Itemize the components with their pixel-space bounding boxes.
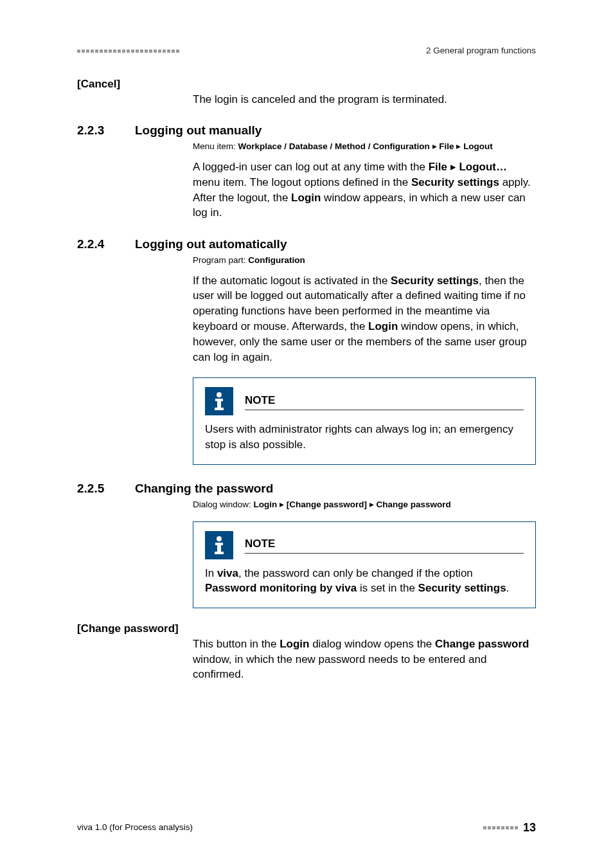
svg-point-0 (217, 392, 222, 397)
section-223-num: 2.2.3 (77, 122, 135, 140)
note-title: NOTE (245, 536, 524, 554)
note-rule (245, 410, 524, 410)
cancel-heading: [Cancel] (77, 77, 536, 92)
change-password-body: This button in the Login dialog window o… (193, 637, 536, 682)
chapter-label: 2 General program functions (426, 45, 536, 57)
login-label: Login (368, 320, 398, 332)
footer-ticks (483, 826, 518, 829)
note-head: NOTE (205, 387, 524, 415)
login-label: Login (291, 192, 321, 204)
security-settings-label: Security settings (418, 582, 506, 594)
note-body: In viva, the password can only be change… (205, 566, 524, 597)
text: This button in the (193, 638, 280, 650)
login-label: Login (280, 638, 309, 650)
page-header: 2 General program functions (77, 45, 536, 57)
note-title: NOTE (245, 393, 524, 410)
text: In (205, 567, 217, 579)
footer-right: 13 (483, 820, 536, 836)
section-225-meta: Dialog window: Login ▸ [Change password]… (193, 499, 536, 511)
section-223-title: Logging out manually (135, 122, 262, 140)
meta-prefix: Menu item: (193, 141, 238, 151)
meta-login: Login (254, 500, 278, 509)
note-body: Users with administrator rights can alwa… (205, 422, 524, 453)
meta-configuration: Configuration (248, 255, 305, 265)
text: menu item. The logout options defined in… (193, 176, 411, 188)
text: A logged-in user can log out at any time… (193, 161, 429, 173)
note-title-wrap: NOTE (245, 536, 524, 554)
svg-rect-3 (215, 408, 224, 410)
info-icon (205, 531, 233, 559)
note-title-wrap: NOTE (245, 393, 524, 411)
section-225-num: 2.2.5 (77, 480, 135, 498)
cancel-text: The login is canceled and the program is… (193, 92, 536, 107)
text: dialog window opens the (309, 638, 435, 650)
sep: ▸ (447, 161, 459, 173)
text: , the password can only be changed if th… (238, 567, 473, 579)
note-rule (245, 553, 524, 554)
meta-sep: ▸ (277, 500, 287, 509)
text: is set in the (357, 582, 418, 594)
section-223-row: 2.2.3 Logging out manually (77, 122, 536, 140)
header-ticks-left (77, 50, 179, 53)
section-225-row: 2.2.5 Changing the password (77, 480, 536, 498)
note-head: NOTE (205, 531, 524, 559)
change-password-label: Change password (435, 638, 529, 650)
text: . (506, 582, 510, 594)
meta-change-password: Change password (377, 500, 451, 509)
security-settings-label: Security settings (391, 275, 479, 287)
section-224-row: 2.2.4 Logging out automatically (77, 236, 536, 253)
section-224-title: Logging out automatically (135, 236, 287, 253)
change-password-heading: [Change password] (77, 621, 536, 637)
section-225-title: Changing the password (135, 480, 273, 498)
meta-file: File (439, 141, 454, 151)
meta-prefix: Dialog window: (193, 500, 254, 509)
meta-path: Workplace / Database / Method / Configur… (238, 141, 430, 151)
svg-point-4 (217, 536, 222, 541)
meta-prefix: Program part: (193, 255, 248, 265)
note-box-225: NOTE In viva, the password can only be c… (193, 521, 536, 609)
file-label: File (429, 161, 447, 173)
section-224-meta: Program part: Configuration (193, 255, 536, 267)
meta-sep: ▸ (454, 141, 464, 151)
page-number: 13 (523, 820, 536, 836)
svg-rect-6 (217, 543, 221, 552)
note-box-224: NOTE Users with administrator rights can… (193, 377, 536, 465)
page-footer: viva 1.0 (for Process analysis) 13 (77, 820, 536, 836)
section-224-num: 2.2.4 (77, 236, 135, 253)
logout-label: Logout… (459, 161, 507, 173)
footer-left: viva 1.0 (for Process analysis) (77, 822, 193, 834)
svg-rect-7 (215, 552, 224, 554)
section-223-body: A logged-in user can log out at any time… (193, 159, 536, 221)
viva-label: viva (217, 567, 238, 579)
security-settings-label: Security settings (411, 176, 499, 188)
meta-sep: ▸ (367, 500, 377, 509)
meta-change-password-btn: [Change password] (287, 500, 367, 509)
text: window, in which the new password needs … (193, 653, 486, 681)
password-monitoring-label: Password monitoring by viva (205, 582, 357, 594)
page: 2 General program functions [Cancel] The… (0, 0, 613, 868)
svg-rect-2 (217, 399, 221, 408)
text: If the automatic logout is activated in … (193, 275, 391, 287)
section-223-meta: Menu item: Workplace / Database / Method… (193, 141, 536, 153)
meta-logout: Logout (463, 141, 493, 151)
section-224-body: If the automatic logout is activated in … (193, 273, 536, 365)
info-icon (205, 387, 233, 415)
meta-sep: ▸ (430, 141, 440, 151)
